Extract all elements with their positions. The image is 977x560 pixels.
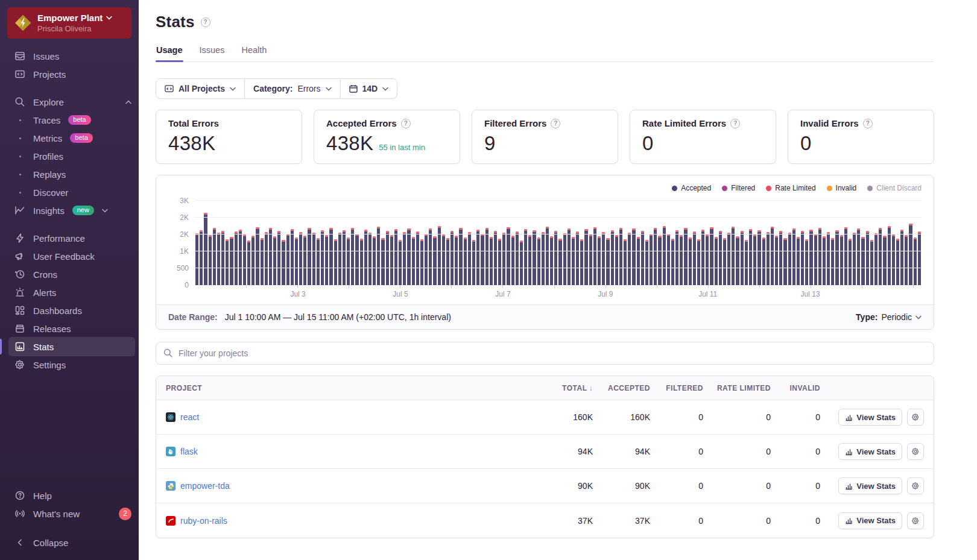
sidebar-item-issues[interactable]: Issues <box>0 47 139 65</box>
search-input[interactable] <box>156 342 934 365</box>
sidebar-item-profiles[interactable]: Profiles <box>0 147 139 165</box>
beta-badge: beta <box>68 115 90 125</box>
view-stats-button[interactable]: View Stats <box>838 477 902 494</box>
view-stats-button[interactable]: View Stats <box>838 512 902 529</box>
sidebar-item-explore[interactable]: Explore <box>0 93 139 111</box>
project-link[interactable]: ruby-on-rails <box>180 516 227 526</box>
view-stats-button[interactable]: View Stats <box>838 409 902 426</box>
tab-issues[interactable]: Issues <box>199 45 226 61</box>
sidebar-item-releases[interactable]: Releases <box>0 319 139 338</box>
beta-badge: beta <box>70 133 92 143</box>
help-icon[interactable]: ? <box>863 119 873 128</box>
tab-usage[interactable]: Usage <box>156 45 183 61</box>
cell-accepted: 37K <box>593 516 650 526</box>
chevron-down-icon <box>326 87 332 91</box>
sidebar-item-whats-new[interactable]: What's new2 <box>0 505 139 523</box>
project-link[interactable]: empower-tda <box>180 481 230 491</box>
org-switcher[interactable]: Empower Plant Priscila Oliveira <box>7 7 131 39</box>
sidebar-item-crons[interactable]: Crons <box>0 265 139 283</box>
chart-bar <box>568 228 571 285</box>
stat-card-value: 9 <box>484 132 496 155</box>
chart-bar <box>563 233 566 285</box>
sidebar-item-insights[interactable]: Insightsnew <box>0 201 139 219</box>
help-icon[interactable]: ? <box>401 119 411 128</box>
sidebar-item-help[interactable]: Help <box>0 486 139 505</box>
project-settings-button[interactable] <box>907 512 924 529</box>
project-link[interactable]: react <box>180 412 199 422</box>
col-header-invalid[interactable]: Invalid <box>771 384 820 392</box>
sidebar-item-dashboards[interactable]: Dashboards <box>0 301 139 319</box>
sidebar-item-user-feedback[interactable]: User Feedback <box>0 247 139 265</box>
chart-bar <box>727 233 730 285</box>
project-settings-button[interactable] <box>907 477 924 494</box>
legend-item-filtered[interactable]: Filtered <box>722 184 755 192</box>
cell-filtered: 0 <box>650 412 703 422</box>
settings-icon <box>14 359 25 370</box>
x-axis-tick-label: Jul 5 <box>393 290 408 298</box>
chart-bar <box>849 239 852 285</box>
y-axis-tick-label: 1K <box>180 247 189 256</box>
help-icon[interactable]: ? <box>730 119 740 128</box>
project-settings-button[interactable] <box>907 443 924 460</box>
page-title: Stats <box>156 13 195 31</box>
chart-bar <box>684 228 687 285</box>
date-range-dropdown[interactable]: 14D <box>341 79 397 98</box>
x-axis-tick-label: Jul 9 <box>598 290 613 298</box>
sidebar-item-traces[interactable]: Tracesbeta <box>0 111 139 129</box>
sidebar-item-alerts[interactable]: Alerts <box>0 283 139 301</box>
chart-bar <box>896 239 899 285</box>
cell-filtered: 0 <box>650 447 703 456</box>
project-filter-dropdown[interactable]: All Projects <box>156 79 244 98</box>
legend-dot-icon <box>867 186 873 191</box>
sidebar-item-projects[interactable]: Projects <box>0 65 139 83</box>
page-help-icon[interactable]: ? <box>201 17 210 27</box>
sidebar-item-discover[interactable]: Discover <box>0 183 139 201</box>
col-header-rate_limited[interactable]: Rate Limited <box>703 384 771 392</box>
project-link[interactable]: flask <box>180 447 198 456</box>
legend-item-accepted[interactable]: Accepted <box>672 184 711 192</box>
chart-bar <box>490 237 493 285</box>
table-row-ruby-on-rails: ruby-on-rails37K37K000View Stats <box>156 503 934 538</box>
view-stats-button[interactable]: View Stats <box>838 443 902 460</box>
cell-rate-limited: 0 <box>703 412 771 422</box>
y-axis-tick-label: 500 <box>177 264 189 272</box>
sidebar-item-metrics[interactable]: Metricsbeta <box>0 129 139 147</box>
chart-bar <box>425 234 428 285</box>
category-filter-dropdown[interactable]: Category: Errors <box>245 79 340 98</box>
legend-item-invalid[interactable]: Invalid <box>827 184 857 192</box>
chart-bar <box>429 228 432 285</box>
chart-plot[interactable] <box>195 201 922 285</box>
chart-bar <box>312 233 315 285</box>
chart-bar <box>900 230 903 285</box>
chart-bar <box>762 238 765 285</box>
col-header-project[interactable]: Project <box>166 384 522 392</box>
chart-bar <box>701 230 704 285</box>
col-header-filtered[interactable]: Filtered <box>650 384 703 392</box>
chart-bar <box>650 234 653 285</box>
sidebar-item-collapse[interactable]: Collapse <box>0 533 139 552</box>
sidebar-item-stats[interactable]: Stats <box>0 338 139 356</box>
tab-health[interactable]: Health <box>241 45 267 61</box>
sidebar-item-label: Collapse <box>33 538 68 548</box>
sidebar-item-settings[interactable]: Settings <box>0 356 139 374</box>
legend-item-rate-limited[interactable]: Rate Limited <box>766 184 815 192</box>
bullet-icon <box>14 174 25 175</box>
sidebar-item-label: Projects <box>33 69 66 80</box>
chart-bar <box>494 231 497 285</box>
sidebar-item-replays[interactable]: Replays <box>0 165 139 183</box>
col-header-accepted[interactable]: Accepted <box>593 384 650 392</box>
chart-bar <box>502 233 505 285</box>
sidebar-item-label: Crons <box>33 269 57 280</box>
chart-bar <box>576 231 579 285</box>
legend-item-client-discard[interactable]: Client Discard <box>867 184 922 192</box>
help-icon[interactable]: ? <box>551 119 560 128</box>
cell-accepted: 160K <box>593 412 650 422</box>
chart-bar <box>464 238 467 285</box>
project-settings-button[interactable] <box>907 409 924 426</box>
chart-bar <box>390 235 393 285</box>
chart-bar <box>524 229 527 285</box>
sidebar-item-performance[interactable]: Performance <box>0 229 139 247</box>
chart-type-dropdown[interactable]: Type: Periodic <box>856 312 922 322</box>
sidebar-item-label: Explore <box>33 97 64 107</box>
col-header-total[interactable]: Total↓ <box>522 384 593 392</box>
